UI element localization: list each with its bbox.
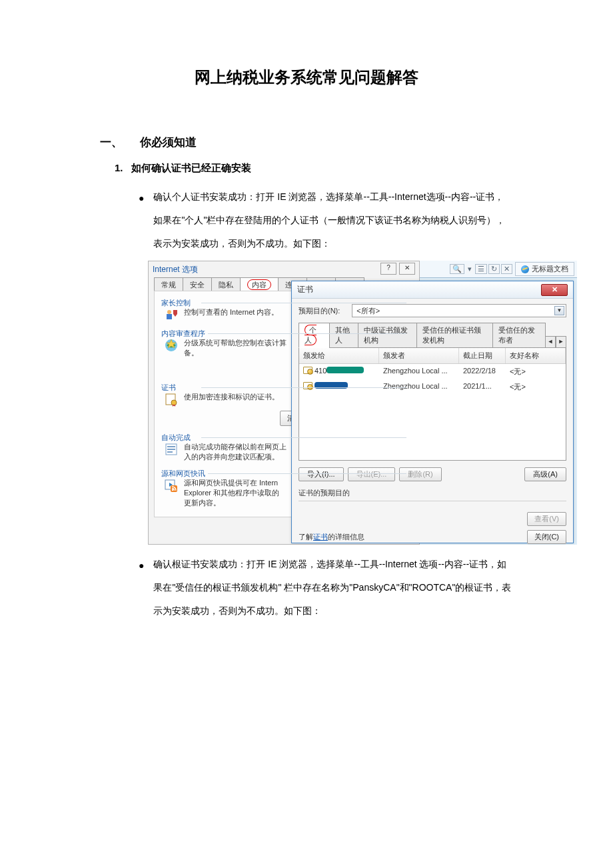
tab-intermediate[interactable]: 中级证书颁发机构 — [358, 323, 417, 348]
tab-others[interactable]: 其他人 — [329, 323, 359, 348]
delete-button[interactable]: 删除(R) — [399, 467, 441, 481]
group-rating-label: 内容审查程序 — [161, 329, 208, 339]
ie-icon — [521, 265, 529, 273]
item-number: 1. — [115, 162, 123, 173]
col-issued-to[interactable]: 颁发给 — [299, 348, 379, 363]
svg-rect-1 — [167, 314, 172, 319]
svg-rect-7 — [167, 446, 175, 447]
tab-scroll-right[interactable]: ► — [556, 336, 566, 348]
tab-trusted-root[interactable]: 受信任的根证书颁发机构 — [416, 323, 493, 348]
refresh-icon[interactable]: ↻ — [488, 264, 500, 274]
svg-point-5 — [171, 400, 177, 405]
tab-trusted-publisher[interactable]: 受信任的发布者 — [492, 323, 546, 348]
learn-more-text: 了解证书的详细信息 — [299, 532, 364, 542]
cert-text: 使用加密连接和标识的证书。 — [184, 392, 279, 402]
close-button[interactable]: ✕ — [541, 284, 568, 296]
section-text: 你必须知道 — [140, 135, 197, 150]
address-controls: 🔍 ▾ ☰ ↻ ✕ — [450, 264, 512, 274]
tab-title: 无标题文档 — [532, 264, 568, 274]
section-number: 一、 — [100, 135, 123, 150]
certificate-list: 颁发给 颁发者 截止日期 友好名称 410 Zhengzhou Local ..… — [299, 347, 566, 461]
close-dialog-button[interactable]: 关闭(C) — [527, 530, 566, 544]
browser-tab[interactable]: 无标题文档 — [515, 262, 574, 276]
autocomplete-icon — [164, 442, 179, 457]
group-parental-label: 家长控制 — [161, 298, 193, 308]
export-button[interactable]: 导出(E)... — [348, 467, 396, 481]
col-friendly-name[interactable]: 友好名称 — [506, 348, 566, 363]
annotation-circle: 个人 — [305, 325, 316, 345]
screenshot: Internet 选项 ? ✕ 常规 安全 隐私 内容 连接 程序 高级 家长控… — [148, 261, 577, 545]
rating-text: 分级系统可帮助您控制在该计算备。 — [184, 338, 287, 358]
rating-icon — [164, 338, 179, 353]
view-button[interactable]: 查看(V) — [527, 512, 566, 526]
autocomplete-text: 自动完成功能存储以前在网页上入的内容并向您建议匹配项。 — [184, 442, 287, 462]
certificates-dialog: 证书 ✕ 预期目的(N): <所有> ▼ 个人 其他人 中级证书颁发机构 — [291, 281, 574, 543]
svg-rect-9 — [167, 451, 173, 453]
magnify-icon[interactable]: 🔍 — [450, 264, 464, 274]
cert-purpose-heading: 证书的预期目的 — [299, 488, 566, 498]
col-issued-by[interactable]: 颁发者 — [379, 348, 459, 363]
item-heading: 1.如何确认证书已经正确安装 — [115, 162, 513, 175]
tab-personal[interactable]: 个人 — [299, 323, 330, 348]
feeds-text: 源和网页快讯提供可在 InternExplorer 和其他程序中读取的更新内容。 — [184, 478, 279, 508]
internet-options-title: Internet 选项 — [153, 264, 198, 275]
certificate-icon — [303, 367, 312, 374]
tab-scroll-left[interactable]: ◄ — [545, 336, 556, 348]
certificates-icon — [164, 392, 179, 407]
redacted — [326, 367, 364, 373]
bullet-text: 确认个人证书安装成功：打开 IE 浏览器，选择菜单--工具--Internet选… — [153, 185, 513, 255]
chevron-down-icon: ▼ — [554, 306, 564, 315]
group-autocomplete-label: 自动完成 — [161, 433, 193, 443]
bullet-2: ● 确认根证书安装成功：打开 IE 浏览器，选择菜单--工具--Internet… — [139, 553, 513, 623]
col-expiry[interactable]: 截止日期 — [459, 348, 506, 363]
certificate-tabs: 个人 其他人 中级证书颁发机构 受信任的根证书颁发机构 受信任的发布者 ◄ ► — [299, 323, 566, 348]
item-text: 如何确认证书已经正确安装 — [131, 162, 251, 173]
certificate-row[interactable]: 410 Zhengzhou Local ... 2022/2/18 <无> — [299, 364, 566, 379]
feeds-icon — [164, 478, 179, 493]
group-cert-label: 证书 — [161, 383, 179, 393]
advanced-button[interactable]: 高级(A) — [524, 467, 566, 481]
bullet-1: ● 确认个人证书安装成功：打开 IE 浏览器，选择菜单--工具--Interne… — [139, 185, 513, 255]
certificates-link[interactable]: 证书 — [313, 533, 328, 541]
group-feeds-label: 源和网页快讯 — [161, 469, 208, 479]
parental-text: 控制可查看的 Internet 内容。 — [184, 307, 279, 317]
bullet-text: 确认根证书安装成功：打开 IE 浏览器，选择菜单--工具--Internet 选… — [153, 553, 513, 623]
section-heading: 一、 你必须知道 — [100, 135, 513, 150]
purpose-dropdown[interactable]: <所有> ▼ — [352, 304, 566, 317]
bullet-icon: ● — [139, 554, 144, 624]
certificate-icon — [303, 382, 312, 389]
parental-icon — [164, 307, 179, 322]
purpose-value: <所有> — [356, 307, 380, 315]
annotation-circle: 内容 — [247, 279, 271, 290]
browser-address-strip: 🔍 ▾ ☰ ↻ ✕ 无标题文档 — [420, 261, 577, 278]
certificates-dialog-title: 证书 — [297, 284, 313, 295]
close-button[interactable]: ✕ — [399, 263, 415, 275]
help-button[interactable]: ? — [380, 263, 396, 275]
favorites-icon[interactable]: ☰ — [475, 264, 487, 274]
document-title: 网上纳税业务系统常见问题解答 — [100, 67, 513, 88]
bullet-icon: ● — [139, 187, 144, 257]
svg-point-0 — [167, 310, 171, 314]
svg-rect-8 — [167, 449, 175, 450]
import-button[interactable]: 导入(I)... — [299, 467, 344, 481]
svg-point-13 — [172, 489, 173, 491]
purpose-label: 预期目的(N): — [299, 306, 340, 316]
stop-icon[interactable]: ✕ — [501, 264, 512, 274]
